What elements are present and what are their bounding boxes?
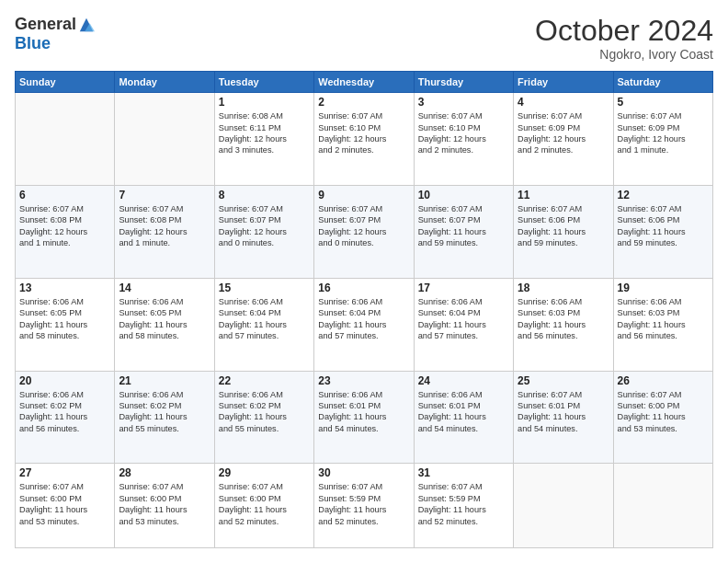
calendar-cell: 26Sunrise: 6:07 AMSunset: 6:00 PMDayligh… — [613, 371, 712, 464]
calendar-cell: 13Sunrise: 6:06 AMSunset: 6:05 PMDayligh… — [16, 278, 115, 371]
day-number: 10 — [418, 189, 509, 201]
day-header-thursday: Thursday — [414, 72, 513, 93]
calendar-cell: 17Sunrise: 6:06 AMSunset: 6:04 PMDayligh… — [414, 278, 513, 371]
day-info: Sunrise: 6:07 AMSunset: 6:09 PMDaylight:… — [518, 110, 609, 156]
calendar-cell: 31Sunrise: 6:07 AMSunset: 5:59 PMDayligh… — [414, 464, 513, 548]
day-number: 4 — [518, 96, 609, 109]
calendar-week-row: 20Sunrise: 6:06 AMSunset: 6:02 PMDayligh… — [16, 371, 713, 464]
day-header-wednesday: Wednesday — [314, 72, 414, 93]
day-info: Sunrise: 6:06 AMSunset: 6:02 PMDaylight:… — [19, 389, 110, 435]
calendar-cell: 19Sunrise: 6:06 AMSunset: 6:03 PMDayligh… — [613, 278, 712, 371]
day-info: Sunrise: 6:06 AMSunset: 6:04 PMDaylight:… — [219, 296, 310, 342]
location: Ngokro, Ivory Coast — [535, 47, 713, 62]
day-number: 21 — [119, 374, 210, 387]
calendar-cell: 25Sunrise: 6:07 AMSunset: 6:01 PMDayligh… — [514, 371, 613, 464]
calendar-cell: 11Sunrise: 6:07 AMSunset: 6:06 PMDayligh… — [514, 185, 613, 278]
day-info: Sunrise: 6:06 AMSunset: 6:03 PMDaylight:… — [618, 296, 709, 342]
day-info: Sunrise: 6:07 AMSunset: 6:09 PMDaylight:… — [618, 110, 709, 156]
day-number: 30 — [318, 466, 409, 479]
calendar-table: SundayMondayTuesdayWednesdayThursdayFrid… — [15, 71, 713, 548]
day-number: 23 — [318, 374, 409, 387]
day-number: 12 — [618, 189, 709, 201]
day-info: Sunrise: 6:06 AMSunset: 6:05 PMDaylight:… — [119, 296, 210, 342]
day-info: Sunrise: 6:07 AMSunset: 6:10 PMDaylight:… — [318, 110, 409, 156]
day-info: Sunrise: 6:06 AMSunset: 6:03 PMDaylight:… — [518, 296, 609, 342]
header: General Blue October 2024 Ngokro, Ivory … — [15, 15, 713, 62]
calendar-cell: 29Sunrise: 6:07 AMSunset: 6:00 PMDayligh… — [214, 464, 313, 548]
calendar-cell: 3Sunrise: 6:07 AMSunset: 6:10 PMDaylight… — [414, 93, 513, 186]
calendar-week-row: 1Sunrise: 6:08 AMSunset: 6:11 PMDaylight… — [16, 93, 713, 186]
day-number: 31 — [418, 466, 509, 479]
calendar-cell: 22Sunrise: 6:06 AMSunset: 6:02 PMDayligh… — [214, 371, 313, 464]
day-number: 25 — [518, 374, 609, 387]
day-number: 17 — [418, 282, 509, 294]
day-info: Sunrise: 6:07 AMSunset: 6:07 PMDaylight:… — [318, 203, 409, 249]
day-header-tuesday: Tuesday — [214, 72, 313, 93]
day-info: Sunrise: 6:07 AMSunset: 5:59 PMDaylight:… — [318, 481, 409, 527]
day-number: 8 — [219, 189, 310, 201]
day-number: 2 — [318, 96, 409, 109]
day-number: 15 — [219, 282, 310, 294]
calendar-cell: 23Sunrise: 6:06 AMSunset: 6:01 PMDayligh… — [314, 371, 414, 464]
day-info: Sunrise: 6:06 AMSunset: 6:04 PMDaylight:… — [418, 296, 509, 342]
day-number: 1 — [219, 96, 310, 109]
day-number: 19 — [618, 282, 709, 294]
day-info: Sunrise: 6:07 AMSunset: 6:01 PMDaylight:… — [518, 389, 609, 435]
calendar-cell: 7Sunrise: 6:07 AMSunset: 6:08 PMDaylight… — [115, 185, 214, 278]
day-number: 27 — [19, 466, 110, 479]
day-info: Sunrise: 6:07 AMSunset: 6:07 PMDaylight:… — [418, 203, 509, 249]
calendar-cell: 21Sunrise: 6:06 AMSunset: 6:02 PMDayligh… — [115, 371, 214, 464]
calendar-cell: 12Sunrise: 6:07 AMSunset: 6:06 PMDayligh… — [613, 185, 712, 278]
day-number: 5 — [618, 96, 709, 109]
day-info: Sunrise: 6:07 AMSunset: 6:00 PMDaylight:… — [219, 481, 310, 527]
day-info: Sunrise: 6:06 AMSunset: 6:02 PMDaylight:… — [119, 389, 210, 435]
calendar-cell: 6Sunrise: 6:07 AMSunset: 6:08 PMDaylight… — [16, 185, 115, 278]
month-title: October 2024 — [535, 15, 713, 47]
day-info: Sunrise: 6:07 AMSunset: 6:08 PMDaylight:… — [119, 203, 210, 249]
day-number: 3 — [418, 96, 509, 109]
day-number: 13 — [19, 282, 110, 294]
day-info: Sunrise: 6:07 AMSunset: 6:00 PMDaylight:… — [618, 389, 709, 435]
calendar-week-row: 27Sunrise: 6:07 AMSunset: 6:00 PMDayligh… — [16, 464, 713, 548]
day-info: Sunrise: 6:07 AMSunset: 6:07 PMDaylight:… — [219, 203, 310, 249]
day-info: Sunrise: 6:06 AMSunset: 6:02 PMDaylight:… — [219, 389, 310, 435]
day-number: 9 — [318, 189, 409, 201]
day-info: Sunrise: 6:07 AMSunset: 6:06 PMDaylight:… — [518, 203, 609, 249]
calendar-cell: 4Sunrise: 6:07 AMSunset: 6:09 PMDaylight… — [514, 93, 613, 186]
calendar-week-row: 6Sunrise: 6:07 AMSunset: 6:08 PMDaylight… — [16, 185, 713, 278]
calendar-cell: 15Sunrise: 6:06 AMSunset: 6:04 PMDayligh… — [214, 278, 313, 371]
calendar-cell — [115, 93, 214, 186]
day-header-saturday: Saturday — [613, 72, 712, 93]
logo-general-text: General — [15, 15, 76, 34]
day-header-friday: Friday — [514, 72, 613, 93]
calendar-cell: 2Sunrise: 6:07 AMSunset: 6:10 PMDaylight… — [314, 93, 414, 186]
logo-icon — [78, 17, 95, 33]
day-number: 24 — [418, 374, 509, 387]
calendar-cell: 20Sunrise: 6:06 AMSunset: 6:02 PMDayligh… — [16, 371, 115, 464]
day-info: Sunrise: 6:07 AMSunset: 5:59 PMDaylight:… — [418, 481, 509, 527]
calendar-cell — [613, 464, 712, 548]
calendar-cell: 16Sunrise: 6:06 AMSunset: 6:04 PMDayligh… — [314, 278, 414, 371]
day-number: 28 — [119, 466, 210, 479]
calendar-cell — [514, 464, 613, 548]
day-info: Sunrise: 6:07 AMSunset: 6:08 PMDaylight:… — [19, 203, 110, 249]
day-header-monday: Monday — [115, 72, 214, 93]
page: General Blue October 2024 Ngokro, Ivory … — [0, 0, 728, 563]
day-number: 14 — [119, 282, 210, 294]
calendar-cell: 27Sunrise: 6:07 AMSunset: 6:00 PMDayligh… — [16, 464, 115, 548]
day-info: Sunrise: 6:07 AMSunset: 6:10 PMDaylight:… — [418, 110, 509, 156]
calendar-cell: 8Sunrise: 6:07 AMSunset: 6:07 PMDaylight… — [214, 185, 313, 278]
day-header-sunday: Sunday — [16, 72, 115, 93]
calendar-cell: 9Sunrise: 6:07 AMSunset: 6:07 PMDaylight… — [314, 185, 414, 278]
calendar-cell: 10Sunrise: 6:07 AMSunset: 6:07 PMDayligh… — [414, 185, 513, 278]
calendar-cell: 14Sunrise: 6:06 AMSunset: 6:05 PMDayligh… — [115, 278, 214, 371]
day-number: 6 — [19, 189, 110, 201]
day-number: 26 — [618, 374, 709, 387]
calendar-header-row: SundayMondayTuesdayWednesdayThursdayFrid… — [16, 72, 713, 93]
calendar-cell — [16, 93, 115, 186]
day-info: Sunrise: 6:07 AMSunset: 6:00 PMDaylight:… — [119, 481, 210, 527]
day-number: 16 — [318, 282, 409, 294]
day-info: Sunrise: 6:08 AMSunset: 6:11 PMDaylight:… — [219, 110, 310, 156]
day-info: Sunrise: 6:07 AMSunset: 6:06 PMDaylight:… — [618, 203, 709, 249]
day-info: Sunrise: 6:06 AMSunset: 6:01 PMDaylight:… — [318, 389, 409, 435]
